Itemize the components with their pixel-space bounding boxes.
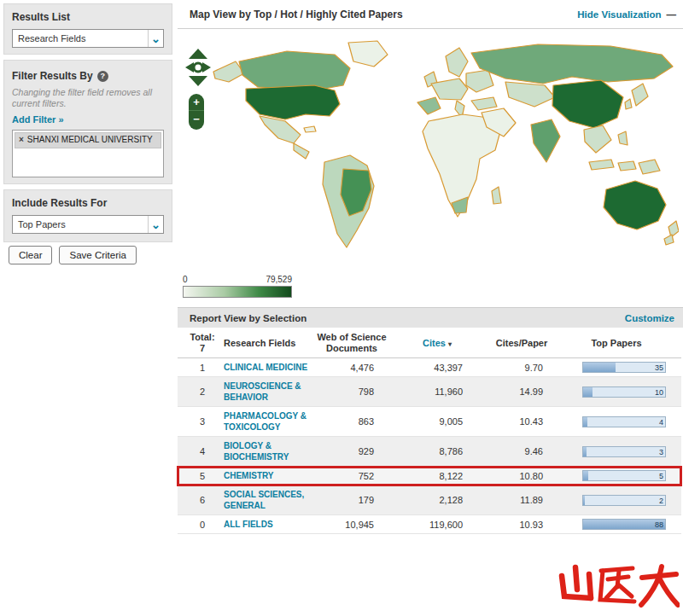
top-papers-count: 3: [659, 447, 663, 457]
map-color-legend: 0 79,529: [183, 275, 292, 298]
map-view-header: Map View by Top / Hot / Highly Cited Pap…: [178, 0, 683, 29]
col-cites-sort[interactable]: Cites ▾: [393, 338, 482, 349]
field-link[interactable]: SOCIAL SCIENCES, GENERAL: [224, 490, 304, 510]
results-list-value: Research Fields: [18, 33, 85, 44]
report-view-title: Report View by Selection: [190, 313, 306, 323]
esi-page: Results List Research Fields ⌄ Filter Re…: [0, 0, 683, 616]
results-list-label: Results List: [12, 11, 164, 23]
include-results-label: Include Results For: [12, 197, 164, 209]
remove-filter-icon[interactable]: ×: [19, 135, 24, 145]
top-papers-bar: 2: [582, 495, 666, 506]
chevron-down-icon: ⌄: [148, 216, 163, 233]
chevron-down-icon: ⌄: [148, 30, 163, 47]
results-list-dropdown[interactable]: Research Fields ⌄: [12, 29, 164, 48]
collapse-minus-icon: —: [667, 9, 677, 20]
col-research-fields: Research Fields: [222, 338, 311, 349]
top-papers-bar-fill: [583, 496, 585, 505]
filter-note: Changing the filter field removes all cu…: [12, 87, 164, 109]
cites-value: 8,122: [393, 471, 482, 481]
docs-value: 752: [311, 471, 393, 481]
cites-per-paper-value: 10.43: [482, 416, 562, 427]
table-row: 2 NEUROSCIENCE & BEHAVIOR 798 11,960 14.…: [178, 377, 681, 407]
top-papers-bar-fill: [583, 471, 588, 480]
clear-button[interactable]: Clear: [9, 246, 52, 264]
save-criteria-button[interactable]: Save Criteria: [59, 246, 136, 264]
field-link[interactable]: ALL FIELDS: [224, 520, 273, 529]
shanxi-medical-university-logo: [553, 563, 680, 609]
filter-item-shanxi[interactable]: × SHANXI MEDICAL UNIVERSITY: [15, 132, 161, 148]
include-results-value: Top Papers: [18, 219, 66, 230]
field-link[interactable]: PHARMACOLOGY & TOXICOLOGY: [224, 411, 306, 432]
top-papers-bar: 35: [582, 362, 666, 373]
table-row: 1 CLINICAL MEDICINE 4,476 43,397 9.70 35: [178, 358, 681, 377]
add-filter-link[interactable]: Add Filter »: [12, 114, 64, 125]
cites-value: 11,960: [393, 386, 482, 397]
docs-value: 798: [311, 386, 393, 397]
field-link[interactable]: CLINICAL MEDICINE: [224, 363, 307, 372]
col-cites-label: Cites: [423, 338, 446, 348]
map-view-title: Map View by Top / Hot / Highly Cited Pap…: [190, 9, 403, 20]
world-map[interactable]: + −: [178, 29, 683, 273]
top-papers-bar: 10: [582, 386, 666, 398]
filter-label: Filter Results By: [12, 70, 93, 82]
top-papers-bar-fill: [583, 363, 616, 372]
cites-per-paper-value: 9.46: [482, 446, 562, 456]
map-zoom-control[interactable]: + −: [189, 94, 204, 130]
field-link[interactable]: BIOLOGY & BIOCHEMISTRY: [224, 441, 289, 462]
zoom-out-icon[interactable]: −: [189, 111, 204, 128]
col-top-papers: Top Papers: [562, 338, 671, 349]
col-wos-documents: Web of Science Documents: [311, 332, 393, 354]
field-link[interactable]: NEUROSCIENCE & BEHAVIOR: [224, 381, 301, 402]
filter-item-label: SHANXI MEDICAL UNIVERSITY: [27, 135, 153, 145]
cites-value: 8,786: [393, 446, 482, 456]
row-rank: 6: [183, 495, 222, 505]
table-row-highlighted: 5 CHEMISTRY 752 8,122 10.80 5: [178, 467, 681, 485]
help-icon[interactable]: ?: [97, 71, 108, 82]
top-papers-bar: 3: [582, 446, 666, 457]
results-table: Total: 7 Research Fields Web of Science …: [178, 329, 681, 534]
total-header: Total: 7: [183, 332, 222, 354]
table-row: 4 BIOLOGY & BIOCHEMISTRY 929 8,786 9.46 …: [178, 437, 681, 467]
row-rank: 5: [183, 471, 222, 481]
docs-value: 929: [311, 446, 393, 456]
table-header-row: Total: 7 Research Fields Web of Science …: [178, 329, 681, 358]
docs-value: 10,945: [311, 520, 393, 530]
top-papers-bar-fill: [583, 520, 665, 529]
cites-value: 2,128: [393, 495, 482, 505]
customize-link[interactable]: Customize: [625, 313, 674, 323]
zoom-in-icon[interactable]: +: [189, 94, 204, 111]
cites-per-paper-value: 10.93: [482, 520, 562, 530]
report-view-header: Report View by Selection Customize: [178, 307, 683, 328]
col-cites-per-paper: Cites/Paper: [482, 338, 562, 349]
top-papers-count: 5: [659, 471, 663, 481]
table-row: 6 SOCIAL SCIENCES, GENERAL 179 2,128 11.…: [178, 485, 681, 515]
top-papers-count: 2: [659, 496, 663, 506]
docs-value: 863: [311, 416, 393, 427]
row-rank: 1: [183, 363, 222, 373]
cites-value: 9,005: [393, 416, 482, 427]
field-link[interactable]: CHEMISTRY: [224, 471, 274, 480]
include-results-dropdown[interactable]: Top Papers ⌄: [12, 215, 164, 234]
table-row-all-fields: 0 ALL FIELDS 10,945 119,600 10.93 88: [178, 515, 681, 534]
total-label: Total:: [183, 332, 222, 343]
row-rank: 2: [183, 386, 222, 397]
docs-value: 179: [311, 495, 393, 505]
top-papers-bar: 4: [582, 416, 666, 427]
cites-per-paper-value: 14.99: [482, 386, 562, 397]
top-papers-bar: 5: [582, 470, 666, 481]
main-content: Map View by Top / Hot / Highly Cited Pap…: [178, 0, 683, 616]
row-rank: 3: [183, 416, 222, 427]
cites-value: 119,600: [393, 520, 482, 530]
legend-max-label: 79,529: [266, 275, 292, 284]
cites-per-paper-value: 11.89: [482, 495, 562, 505]
cites-per-paper-value: 10.80: [482, 471, 562, 481]
sort-desc-icon: ▾: [448, 340, 452, 348]
row-rank: 4: [183, 446, 222, 456]
docs-value: 4,476: [311, 363, 393, 373]
choropleth-map-svg: [205, 36, 679, 259]
table-row: 3 PHARMACOLOGY & TOXICOLOGY 863 9,005 10…: [178, 407, 681, 437]
top-papers-bar-fill: [583, 417, 587, 427]
results-list-panel: Results List Research Fields ⌄: [3, 3, 172, 55]
hide-visualization-link[interactable]: Hide Visualization —: [577, 9, 676, 20]
top-papers-count: 4: [659, 417, 663, 427]
